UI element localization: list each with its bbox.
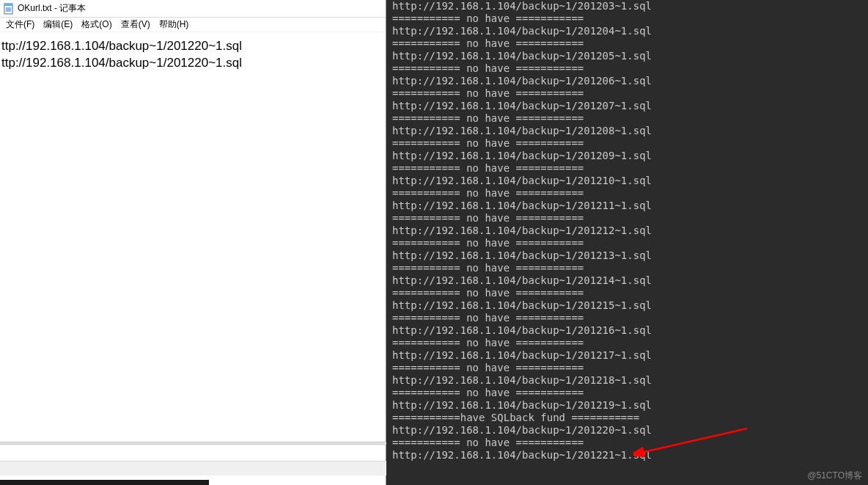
divider — [0, 442, 386, 445]
menu-edit[interactable]: 编辑(E) — [39, 18, 77, 32]
notepad-title-text: OKurl.txt - 记事本 — [18, 2, 86, 15]
menu-help[interactable]: 帮助(H) — [155, 18, 194, 32]
notepad-menubar: 文件(F) 编辑(E) 格式(O) 查看(V) 帮助(H) — [0, 18, 386, 32]
notepad-statusbar — [0, 461, 386, 475]
notepad-titlebar[interactable]: OKurl.txt - 记事本 — [0, 0, 386, 18]
watermark: @51CTO博客 — [807, 470, 862, 482]
notepad-editor[interactable]: ttp://192.168.1.104/backup~1/201220~1.sq… — [0, 32, 386, 73]
terminal-output[interactable]: http://192.168.1.104/backup~1/201203~1.s… — [386, 0, 868, 485]
notepad-window: OKurl.txt - 记事本 文件(F) 编辑(E) 格式(O) 查看(V) … — [0, 0, 386, 485]
content-line: ttp://192.168.1.104/backup~1/201220~1.sq… — [1, 38, 384, 55]
content-line: ttp://192.168.1.104/backup~1/201220~1.sq… — [1, 55, 384, 72]
menu-format[interactable]: 格式(O) — [77, 18, 116, 32]
taskbar-fragment — [0, 480, 209, 485]
menu-file[interactable]: 文件(F) — [1, 18, 39, 32]
notepad-icon — [3, 3, 15, 15]
menu-view[interactable]: 查看(V) — [117, 18, 155, 32]
svg-rect-1 — [4, 4, 12, 6]
